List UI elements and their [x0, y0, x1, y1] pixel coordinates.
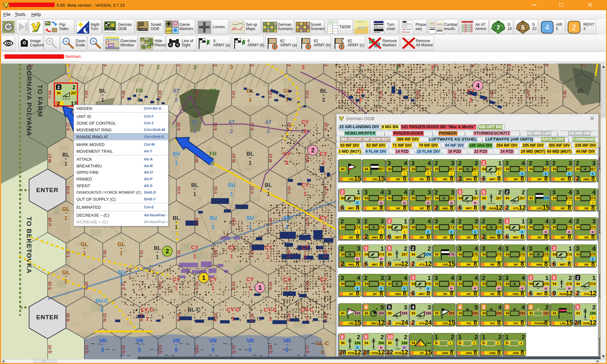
svg-text:2: 2	[286, 160, 288, 166]
svg-text:1: 1	[156, 254, 159, 260]
svg-text:SU: SU	[246, 215, 254, 221]
svg-text:2: 2	[572, 23, 576, 32]
svg-text:94: 94	[365, 311, 368, 315]
svg-text:PIO: PIO	[514, 322, 518, 325]
svg-text:2: 2	[72, 84, 75, 90]
svg-text:8: 8	[497, 233, 501, 240]
svg-text:80: 80	[467, 202, 469, 204]
svg-text:94: 94	[435, 282, 439, 286]
svg-text:4: 4	[545, 23, 549, 32]
svg-text:94: 94	[365, 252, 368, 256]
svg-text:2: 2	[458, 160, 462, 167]
svg-text:R-22: R-22	[139, 313, 144, 321]
svg-text:INF: INF	[490, 263, 495, 266]
svg-text:105: 105	[584, 318, 587, 320]
svg-text:2: 2	[412, 245, 414, 251]
svg-text:CY: CY	[301, 119, 309, 125]
svg-text:T-22: T-22	[177, 250, 181, 258]
svg-text:1: 1	[65, 161, 67, 167]
svg-text:Z-27: Z-27	[434, 64, 438, 66]
svg-text:1: 1	[435, 334, 438, 340]
svg-text:5: 5	[576, 304, 579, 310]
svg-text:CY: CY	[246, 276, 254, 283]
svg-text:CY-C: CY-C	[227, 307, 240, 313]
svg-text:GL: GL	[283, 88, 291, 94]
svg-text:Q-21: Q-21	[84, 345, 89, 353]
svg-text:V-23: V-23	[250, 186, 255, 194]
svg-text:6: 6	[529, 290, 532, 296]
svg-text:X-20: X-20	[177, 122, 181, 131]
svg-text:IGUN: IGUN	[395, 263, 401, 266]
svg-text:94: 94	[553, 167, 556, 171]
svg-text:75 M 150: 75 M 150	[393, 259, 401, 261]
svg-text:INF: INF	[443, 292, 447, 296]
svg-text:3: 3	[569, 160, 572, 167]
svg-text:3: 3	[553, 245, 555, 251]
svg-text:8: 8	[567, 260, 571, 267]
svg-text:X-17: X-17	[66, 122, 70, 131]
svg-text:2: 2	[341, 245, 344, 252]
svg-text:4: 4	[428, 160, 431, 167]
svg-text:4: 4	[404, 275, 407, 281]
svg-text:SU: SU	[117, 269, 125, 275]
svg-text:3: 3	[576, 189, 579, 196]
svg-text:U-25: U-25	[305, 218, 310, 226]
svg-text:274: 274	[402, 225, 407, 229]
svg-text:HIWI: HIWI	[442, 352, 448, 355]
svg-text:8: 8	[497, 349, 501, 355]
svg-text:274: 274	[425, 225, 431, 229]
svg-text:S-19: S-19	[48, 282, 52, 290]
svg-text:8: 8	[520, 319, 524, 326]
svg-text:MRT: MRT	[513, 236, 519, 239]
svg-text:INF: INF	[490, 292, 495, 296]
svg-text:12: 12	[354, 349, 361, 355]
svg-text:274: 274	[355, 225, 360, 229]
svg-text:SU: SU	[228, 182, 235, 188]
svg-text:MRT: MRT	[466, 207, 472, 210]
svg-text:1: 1	[249, 224, 252, 230]
svg-text:2: 2	[311, 147, 314, 154]
svg-text:1: 1	[202, 274, 205, 281]
svg-text:3: 3	[529, 245, 532, 252]
svg-text:3: 3	[497, 342, 499, 345]
svg-text:GL: GL	[246, 88, 254, 94]
svg-text:94: 94	[529, 282, 533, 286]
svg-text:276: 276	[402, 282, 407, 286]
svg-text:SU: SU	[283, 215, 291, 221]
svg-text:194: 194	[402, 341, 407, 345]
svg-text:Z-19: Z-19	[139, 64, 144, 66]
svg-text:Z-24: Z-24	[324, 64, 328, 66]
svg-text:ENTER: ENTER	[36, 187, 58, 193]
svg-text:8: 8	[379, 233, 383, 240]
svg-text:2: 2	[157, 65, 160, 70]
svg-text:267: 267	[449, 196, 454, 200]
svg-text:94: 94	[506, 225, 509, 229]
svg-text:94: 94	[365, 341, 368, 345]
svg-text:8: 8	[473, 319, 477, 326]
svg-text:MRT: MRT	[419, 292, 425, 296]
svg-text:3: 3	[357, 245, 360, 252]
svg-text:PIO: PIO	[490, 322, 495, 325]
svg-text:X-24: X-24	[324, 122, 328, 131]
svg-text:LRD: LRD	[372, 178, 377, 181]
svg-text:VR: VR	[99, 338, 106, 344]
svg-text:Q-26: Q-26	[268, 345, 273, 353]
svg-text:Y-28: Y-28	[489, 90, 494, 98]
svg-text:80: 80	[373, 258, 375, 260]
svg-text:8: 8	[544, 260, 548, 267]
svg-text:AT: AT	[228, 119, 235, 125]
svg-text:1: 1	[450, 342, 451, 345]
svg-text:3: 3	[435, 218, 438, 225]
svg-text:276: 276	[378, 282, 384, 286]
svg-text:2: 2	[381, 334, 384, 340]
svg-text:2: 2	[322, 97, 325, 103]
svg-text:1: 1	[212, 286, 215, 291]
svg-text:12: 12	[566, 290, 573, 296]
svg-text:1: 1	[475, 189, 478, 196]
svg-text:T-26: T-26	[324, 250, 328, 258]
svg-text:1: 1	[505, 334, 509, 340]
svg-text:4: 4	[404, 160, 407, 167]
svg-text:194: 194	[402, 311, 407, 315]
svg-text:80: 80	[396, 231, 398, 233]
svg-text:1: 1	[458, 334, 462, 340]
